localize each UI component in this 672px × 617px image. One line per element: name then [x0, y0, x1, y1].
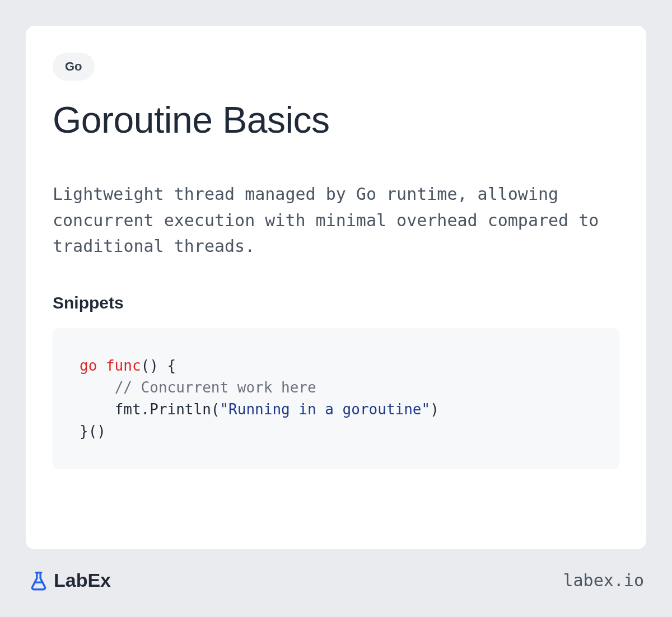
brand-logo: LabEx [28, 569, 111, 591]
code-string: "Running in a goroutine" [220, 401, 430, 418]
page-title: Goroutine Basics [53, 99, 619, 141]
code-comment: // Concurrent work here [115, 379, 316, 396]
description-text: Lightweight thread managed by Go runtime… [53, 181, 619, 260]
code-text: fmt.Println( [115, 401, 220, 418]
flask-icon [28, 570, 49, 591]
brand-url: labex.io [563, 571, 645, 590]
footer: LabEx labex.io [26, 569, 646, 591]
brand-name: LabEx [54, 569, 111, 591]
language-badge: Go [53, 53, 95, 81]
code-text: ) [430, 401, 439, 418]
code-keyword: func [106, 357, 141, 374]
content-card: Go Goroutine Basics Lightweight thread m… [26, 26, 646, 549]
code-keyword: go [80, 357, 97, 374]
code-snippet: go func() { // Concurrent work here fmt.… [53, 328, 619, 469]
code-text: () { [141, 357, 176, 374]
code-text: }() [80, 423, 106, 440]
snippets-heading: Snippets [53, 293, 619, 312]
